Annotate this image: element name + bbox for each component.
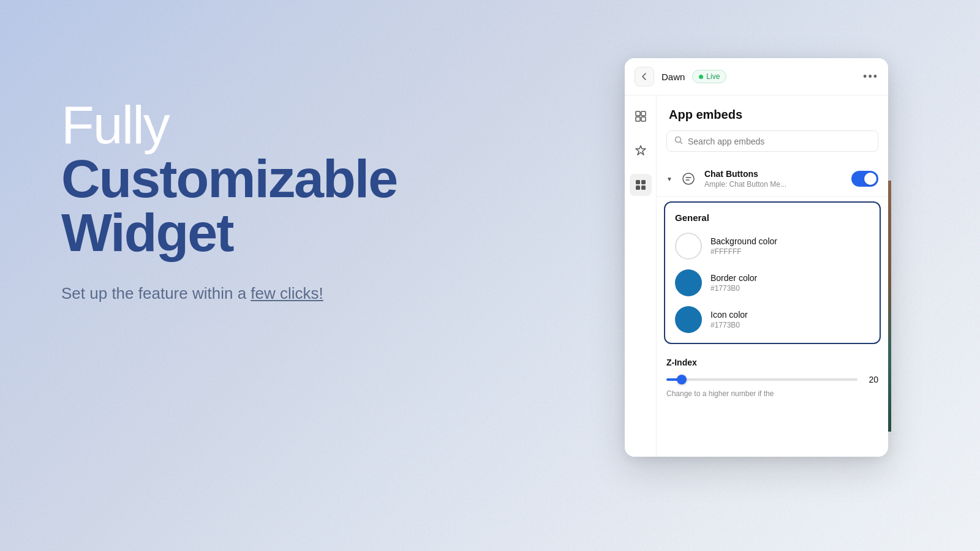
svg-rect-2 [636,117,640,121]
embed-row-chat: ▼ Chat Buttons Ample: Chat Button Me... [657,162,888,197]
embed-subtitle: Ample: Chat Button Me... [704,180,845,189]
icon-color-value: #1773B0 [710,321,748,329]
color-row-icon: Icon color #1773B0 [675,306,870,333]
headline-line2: Customizable [61,152,397,206]
slider-track [666,378,858,381]
slider-row: 20 [666,375,878,384]
theme-title: Dawn [662,72,685,82]
svg-rect-6 [636,186,640,190]
svg-rect-5 [641,180,646,184]
live-badge: Live [692,70,726,83]
color-row-background: Background color #FFFFFF [675,233,870,260]
back-button[interactable] [635,67,654,86]
zindex-title: Z-Index [666,358,878,367]
color-info-icon: Icon color #1773B0 [710,310,748,329]
general-title: General [675,212,870,223]
left-content: Fully Customizable Widget Set up the fea… [61,98,397,303]
background-color-label: Background color [710,236,777,246]
panel-header: Dawn Live ••• [625,58,888,96]
general-panel: General Background color #FFFFFF Bor [664,201,881,344]
icon-color-swatch[interactable] [675,306,702,333]
slider-thumb[interactable] [677,375,687,384]
color-info-border: Border color #1773B0 [710,273,757,293]
slider-value: 20 [864,375,878,384]
color-row-border: Border color #1773B0 [675,269,870,296]
panel-body: App embeds ▼ [625,96,888,457]
border-color-value: #1773B0 [710,284,757,293]
sidebar-icon-apps[interactable] [630,174,652,196]
chat-icon [679,169,698,189]
panel-sidebar [625,96,657,457]
svg-rect-0 [636,111,640,116]
live-dot [699,75,703,79]
svg-rect-7 [641,186,646,190]
svg-rect-3 [641,117,646,121]
chat-toggle[interactable] [851,171,878,187]
subtitle: Set up the feature within a few clicks! [61,284,397,303]
svg-rect-4 [636,180,640,184]
more-button[interactable]: ••• [863,70,878,83]
subtitle-link[interactable]: few clicks! [251,284,323,302]
background-color-swatch[interactable] [675,233,702,260]
live-label: Live [706,72,720,81]
headline-line1: Fully [61,98,397,152]
panel-content: App embeds ▼ [657,96,888,457]
subtitle-pre: Set up the feature within a [61,284,251,302]
background-color-value: #FFFFFF [710,247,777,256]
headline-line3: Widget [61,206,397,260]
section-title: App embeds [657,96,888,130]
border-color-swatch[interactable] [675,269,702,296]
sidebar-icon-sections[interactable] [630,105,652,127]
embed-name: Chat Buttons [704,169,845,179]
color-info-background: Background color #FFFFFF [710,236,777,256]
zindex-section: Z-Index 20 Change to a higher number if … [657,349,888,404]
expand-arrow[interactable]: ▼ [666,176,673,182]
icon-color-label: Icon color [710,310,748,320]
search-input[interactable] [688,137,870,146]
svg-point-9 [683,173,694,184]
shopify-panel: Dawn Live ••• [625,58,888,457]
search-bar[interactable] [666,130,878,152]
change-note: Change to a higher number if the [666,389,878,398]
embed-info: Chat Buttons Ample: Chat Button Me... [704,169,845,189]
search-icon [674,136,683,146]
border-color-label: Border color [710,273,757,283]
panel-container: Dawn Live ••• [625,58,888,457]
svg-rect-1 [641,111,646,116]
sidebar-icon-customize[interactable] [630,140,652,162]
